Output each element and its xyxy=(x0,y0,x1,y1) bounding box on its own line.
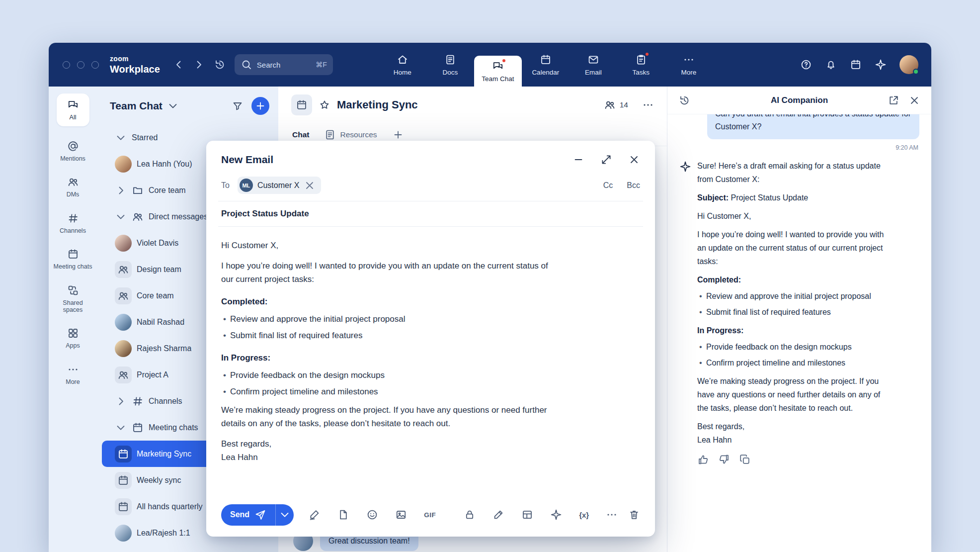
remove-recipient-button[interactable] xyxy=(304,180,316,191)
rail-item-channels[interactable]: Channels xyxy=(53,212,93,234)
send-options-button[interactable] xyxy=(275,504,294,526)
team-chat-title-dropdown[interactable]: Team Chat xyxy=(110,100,179,112)
list-item: Confirm project timeline and milestones xyxy=(221,385,549,398)
nav-tasks[interactable]: Tasks xyxy=(617,43,665,87)
rail-item-more[interactable]: More xyxy=(53,364,93,385)
new-chat-button[interactable] xyxy=(251,97,269,115)
trash-icon xyxy=(628,509,640,521)
navigation-rail: All Mentions DMs Channels Meeting chats xyxy=(49,87,97,552)
insert-image-button[interactable] xyxy=(395,509,407,521)
ai-response-text: Sure! Here’s a draft email asking for a … xyxy=(697,159,890,447)
ai-conversation: Can you draft an email that provides a s… xyxy=(667,114,931,552)
cc-button[interactable]: Cc xyxy=(603,181,613,190)
ai-assist-button[interactable] xyxy=(550,509,562,521)
window-minimize-button[interactable] xyxy=(77,61,84,69)
recipient-avatar: ML xyxy=(240,179,253,192)
help-button[interactable] xyxy=(800,59,812,71)
tab-chat[interactable]: Chat xyxy=(292,130,309,139)
email-inprogress-heading: In Progress: xyxy=(221,351,549,365)
email-body-editor[interactable]: Hi Customer X, I hope you’re doing well!… xyxy=(206,227,564,499)
attach-file-button[interactable] xyxy=(337,509,349,521)
send-split-button: Send xyxy=(221,504,294,526)
calendar-icon xyxy=(117,448,129,460)
toolbar-more-button[interactable] xyxy=(606,509,618,521)
nav-docs[interactable]: Docs xyxy=(426,43,474,87)
forward-button[interactable] xyxy=(193,59,205,71)
minimize-icon xyxy=(572,154,584,166)
calendar-icon xyxy=(540,54,552,66)
email-completed-list: Review and approve the initial project p… xyxy=(221,312,549,342)
window-close-button[interactable] xyxy=(63,61,70,69)
ai-sparkle-icon xyxy=(679,161,691,173)
rail-item-mentions[interactable]: Mentions xyxy=(53,140,93,162)
rail-item-all[interactable]: All xyxy=(57,93,89,126)
ai-companion-panel: AI Companion Can you draft an email that… xyxy=(667,87,931,552)
image-icon xyxy=(395,509,407,521)
star-channel-button[interactable] xyxy=(319,99,330,111)
primary-navigation: Home Docs Team Chat Calendar Email xyxy=(379,43,713,87)
send-button[interactable]: Send xyxy=(221,504,275,526)
ai-open-window-button[interactable] xyxy=(888,94,899,106)
notifications-button[interactable] xyxy=(825,59,837,71)
more-dots-icon xyxy=(642,99,654,111)
group-avatar xyxy=(115,287,132,304)
emoji-button[interactable] xyxy=(366,509,378,521)
ai-intro: Sure! Here’s a draft email asking for a … xyxy=(697,159,890,186)
add-tab-button[interactable] xyxy=(392,129,404,141)
bcc-button[interactable]: Bcc xyxy=(627,181,640,190)
nav-home[interactable]: Home xyxy=(379,43,426,87)
rail-item-apps[interactable]: Apps xyxy=(53,327,93,349)
close-icon xyxy=(628,154,640,166)
rail-item-meeting-chats[interactable]: Meeting chats xyxy=(53,248,93,270)
resources-icon xyxy=(324,129,336,141)
signature-button[interactable] xyxy=(309,509,321,521)
ai-companion-button[interactable] xyxy=(875,59,887,71)
signature-icon xyxy=(309,509,321,521)
channel-more-button[interactable] xyxy=(642,99,654,111)
subject-field[interactable]: Project Status Update xyxy=(206,201,655,226)
schedule-button[interactable] xyxy=(850,59,862,71)
back-button[interactable] xyxy=(173,59,185,71)
history-button[interactable] xyxy=(214,43,226,87)
window-zoom-button[interactable] xyxy=(91,61,99,69)
thumbs-up-icon xyxy=(697,454,709,465)
calendar-icon xyxy=(67,248,79,260)
folder-icon xyxy=(132,184,144,196)
encryption-button[interactable] xyxy=(464,509,476,521)
search-input[interactable]: Search ⌘F xyxy=(235,54,333,75)
variables-button[interactable]: {x} xyxy=(579,511,589,519)
email-inprogress-list: Provide feedback on the design mockups C… xyxy=(221,368,549,398)
member-count[interactable]: 14 xyxy=(604,99,628,111)
close-button[interactable] xyxy=(628,154,640,166)
rail-item-shared-spaces[interactable]: Shared spaces xyxy=(53,284,93,314)
expand-button[interactable] xyxy=(600,154,612,166)
ai-close-button[interactable] xyxy=(908,94,920,106)
email-completed-heading: Completed: xyxy=(221,295,549,308)
ai-history-button[interactable] xyxy=(678,94,690,106)
recipient-chip[interactable]: ML Customer X xyxy=(238,177,321,194)
chat-list-header: Team Chat xyxy=(97,94,278,117)
discard-draft-button[interactable] xyxy=(628,509,640,521)
hash-icon xyxy=(67,212,79,224)
profile-avatar[interactable] xyxy=(899,55,918,74)
nav-calendar[interactable]: Calendar xyxy=(522,43,570,87)
zoom-workplace-logo: zoom Workplace xyxy=(110,55,160,74)
nav-more[interactable]: More xyxy=(665,43,713,87)
copy-button[interactable] xyxy=(739,454,751,465)
filter-button[interactable] xyxy=(232,100,244,112)
ai-response-message: Sure! Here’s a draft email asking for a … xyxy=(679,159,919,447)
minimize-button[interactable] xyxy=(572,154,584,166)
nav-email[interactable]: Email xyxy=(570,43,617,87)
tab-resources[interactable]: Resources xyxy=(324,129,377,141)
thumbs-up-button[interactable] xyxy=(697,454,709,465)
rail-item-dms[interactable]: DMs xyxy=(53,176,93,198)
template-button[interactable] xyxy=(521,509,533,521)
format-button[interactable] xyxy=(492,509,504,521)
recipient-row[interactable]: To ML Customer X Cc Bcc xyxy=(206,169,655,201)
gif-button[interactable]: GIF xyxy=(424,511,436,519)
open-in-new-icon xyxy=(888,94,899,106)
thumbs-down-button[interactable] xyxy=(718,454,730,465)
nav-team-chat[interactable]: Team Chat xyxy=(474,56,522,87)
layout-icon xyxy=(521,509,533,521)
people-icon xyxy=(117,290,129,302)
